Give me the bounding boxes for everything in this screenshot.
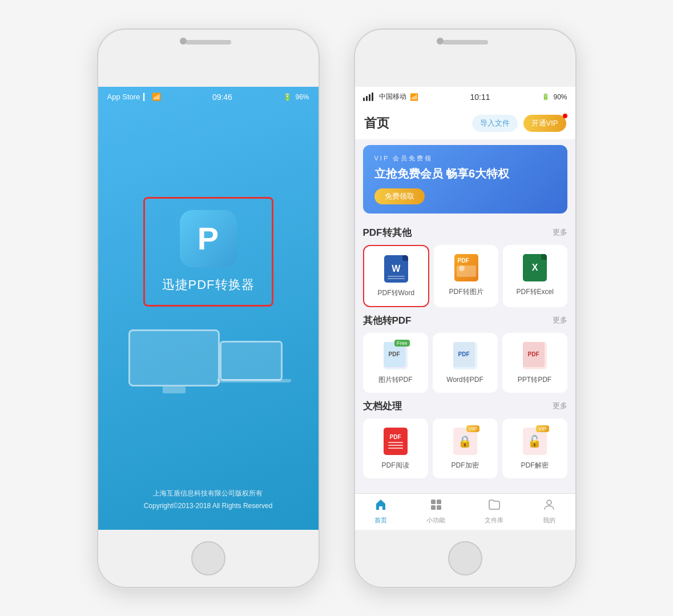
footer-line2: Copyright©2013-2018 All Rights Reserved (144, 500, 273, 513)
grid-item-ppt-pdf[interactable]: PDF PPT转PDF (502, 333, 567, 393)
grid-item-pdf-encrypt[interactable]: 🔒 VIP PDF加密 (433, 418, 498, 478)
laptop-icon (220, 341, 283, 381)
splash-content: P 迅捷PDF转换器 (128, 107, 288, 488)
splash-status-bar: App Store ▎ 📶 09:46 🔋 96% (98, 87, 319, 107)
pdf-reader-label: PDF阅读 (382, 461, 409, 470)
section-title-other-pdf: 其他转PDF (363, 314, 412, 327)
section-title-pdf-convert: PDF转其他 (363, 226, 412, 239)
home-time: 10:11 (470, 92, 490, 102)
svg-rect-1 (437, 500, 441, 504)
pdf-word-label: PDF转Word (378, 288, 414, 298)
ppt-pdf-label: PPT转PDF (518, 375, 551, 385)
grid-item-pdf-reader[interactable]: PDF PDF阅读 (363, 418, 428, 478)
pdf-encrypt-label: PDF加密 (452, 461, 479, 470)
camera-left (180, 38, 187, 45)
tab-home-label: 首页 (374, 516, 387, 525)
tab-profile[interactable]: 我的 (543, 498, 555, 525)
splash-footer: 上海互盾信息科技有限公司版权所有 Copyright©2013-2018 All… (144, 488, 273, 512)
pdf-image-label: PDF转图片 (449, 287, 483, 297)
phone-bottom-right (355, 530, 575, 587)
vip-banner[interactable]: VIP 会员免费领 立抢免费会员 畅享6大特权 免费领取 (363, 145, 567, 214)
phone-bottom-left (98, 530, 319, 587)
profile-tab-icon (543, 498, 555, 514)
free-badge-img: Free (394, 340, 410, 347)
section-doc-process: 文档处理 更多 PDF (363, 400, 567, 478)
home-status-left: 中国移动 📶 (363, 92, 418, 102)
grid-item-word-pdf[interactable]: PDF Word转PDF (433, 333, 498, 393)
section-other-pdf: 其他转PDF 更多 PDF (363, 314, 567, 393)
pdf-decrypt-label: PDF解密 (521, 461, 549, 470)
vip-button[interactable]: 开通VIP (523, 115, 566, 132)
app-icon-letter: P (198, 220, 219, 257)
tab-bar: 首页 小功能 (355, 493, 575, 530)
tab-profile-label: 我的 (543, 516, 555, 525)
battery-label: 96% (295, 93, 309, 101)
home-button-left[interactable] (191, 541, 225, 575)
tab-features-label: 小功能 (426, 516, 445, 525)
import-file-button[interactable]: 导入文件 (472, 115, 518, 132)
tab-files-label: 文件库 (485, 516, 503, 525)
files-tab-icon (488, 498, 501, 514)
home-nav-bar: 首页 导入文件 开通VIP (355, 107, 575, 139)
home-status-bar: 中国移动 📶 10:11 🔋 90% (355, 87, 575, 107)
grid-item-img-pdf[interactable]: PDF Free 图片转PDF (363, 333, 428, 393)
right-phone: 中国移动 📶 10:11 🔋 90% 首页 导入文件 开通VIP (354, 29, 577, 588)
home-button-right[interactable] (448, 541, 482, 575)
section-header-doc-process: 文档处理 更多 (363, 400, 567, 413)
doc-process-grid: PDF PDF阅读 (363, 418, 567, 478)
img-pdf-label: 图片转PDF (378, 375, 413, 385)
grid-item-pdf-excel[interactable]: X PDF转Excel (503, 245, 567, 307)
home-status-right: 🔋 90% (542, 93, 567, 101)
device-illustration (128, 318, 288, 386)
other-pdf-grid: PDF Free 图片转PDF (363, 333, 567, 393)
features-tab-icon (430, 498, 442, 514)
vip-badge-decrypt: VIP (536, 425, 549, 432)
left-screen: App Store ▎ 📶 09:46 🔋 96% P 迅捷PDF转换器 (98, 87, 319, 530)
speaker-right (442, 40, 488, 45)
app-icon: P (180, 210, 237, 267)
tab-files[interactable]: 文件库 (485, 498, 503, 525)
section-more-other-pdf[interactable]: 更多 (553, 315, 567, 325)
word-pdf-label: Word转PDF (446, 375, 483, 385)
grid-item-pdf-word[interactable]: W PDF转Word (363, 245, 430, 307)
left-phone: App Store ▎ 📶 09:46 🔋 96% P 迅捷PDF转换器 (97, 29, 320, 588)
footer-line1: 上海互盾信息科技有限公司版权所有 (144, 488, 273, 500)
signal-bars (363, 92, 373, 101)
grid-item-pdf-image[interactable]: PDF PDF转图片 (434, 245, 498, 307)
section-pdf-convert: PDF转其他 更多 W (363, 226, 567, 307)
home-battery-icon: 🔋 (542, 93, 550, 100)
nav-title: 首页 (364, 115, 389, 132)
home-screen: 中国移动 📶 10:11 🔋 90% 首页 导入文件 开通VIP (355, 87, 575, 530)
svg-rect-0 (431, 500, 436, 504)
section-more-doc-process[interactable]: 更多 (553, 401, 567, 411)
section-title-doc-process: 文档处理 (363, 400, 402, 413)
banner-title: 立抢免费会员 畅享6大特权 (374, 166, 556, 182)
status-right: 🔋 96% (283, 93, 309, 101)
pdf-excel-label: PDF转Excel (517, 287, 554, 297)
tab-features[interactable]: 小功能 (426, 498, 445, 525)
grid-item-pdf-decrypt[interactable]: 🔓 VIP PDF解密 (502, 418, 567, 478)
app-name: 迅捷PDF转换器 (162, 276, 255, 293)
section-header-pdf-convert: PDF转其他 更多 (363, 226, 567, 239)
time-display: 09:46 (212, 92, 232, 102)
section-header-other-pdf: 其他转PDF 更多 (363, 314, 567, 327)
pdf-convert-grid: W PDF转Word (363, 245, 567, 307)
carrier-label: App Store (107, 92, 140, 101)
phone-top-left (98, 30, 319, 87)
svg-rect-2 (431, 505, 436, 510)
monitor-icon (128, 329, 220, 386)
home-content: PDF转其他 更多 W (355, 219, 575, 493)
wifi-icon: 📶 (152, 92, 161, 101)
banner-button[interactable]: 免费领取 (374, 188, 425, 204)
nav-buttons: 导入文件 开通VIP (472, 115, 566, 132)
right-screen: 中国移动 📶 10:11 🔋 90% 首页 导入文件 开通VIP (355, 87, 575, 530)
status-left: App Store ▎ 📶 (107, 92, 162, 101)
splash-screen: App Store ▎ 📶 09:46 🔋 96% P 迅捷PDF转换器 (98, 87, 319, 530)
vip-badge-encrypt: VIP (466, 425, 479, 432)
section-more-pdf-convert[interactable]: 更多 (553, 227, 567, 237)
home-carrier: 中国移动 (379, 92, 406, 102)
camera-right (437, 38, 444, 45)
home-wifi: 📶 (410, 93, 418, 101)
tab-home[interactable]: 首页 (374, 498, 387, 525)
home-battery-label: 90% (553, 93, 567, 101)
